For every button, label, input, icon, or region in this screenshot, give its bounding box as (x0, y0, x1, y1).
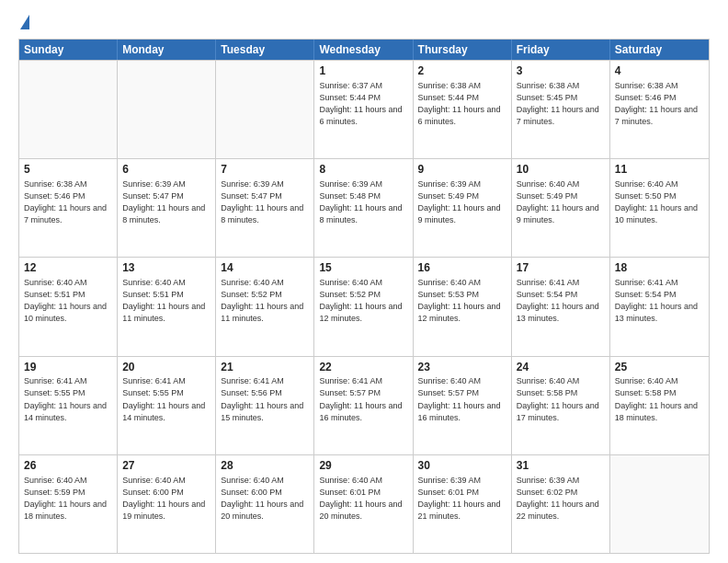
day-number: 20 (122, 360, 210, 375)
cell-info: Sunrise: 6:40 AM Sunset: 5:51 PM Dayligh… (24, 277, 112, 325)
calendar-row-3: 19Sunrise: 6:41 AM Sunset: 5:55 PM Dayli… (19, 356, 709, 454)
cell-info: Sunrise: 6:40 AM Sunset: 5:53 PM Dayligh… (418, 277, 506, 325)
day-number: 16 (418, 260, 506, 276)
day-number: 14 (221, 260, 309, 276)
cell-info: Sunrise: 6:41 AM Sunset: 5:54 PM Dayligh… (517, 277, 605, 325)
cell-info: Sunrise: 6:40 AM Sunset: 5:49 PM Dayligh… (517, 178, 605, 226)
calendar-cell: 15Sunrise: 6:40 AM Sunset: 5:52 PM Dayli… (314, 258, 413, 355)
day-number: 24 (517, 360, 605, 375)
calendar-cell: 27Sunrise: 6:40 AM Sunset: 6:00 PM Dayli… (118, 455, 216, 553)
calendar-row-2: 12Sunrise: 6:40 AM Sunset: 5:51 PM Dayli… (19, 257, 709, 355)
day-number: 21 (221, 360, 309, 375)
header-day-friday: Friday (512, 40, 610, 60)
cell-info: Sunrise: 6:38 AM Sunset: 5:45 PM Dayligh… (517, 80, 605, 128)
day-number: 6 (122, 162, 210, 178)
cell-info: Sunrise: 6:41 AM Sunset: 5:55 PM Dayligh… (24, 375, 112, 423)
calendar: SundayMondayTuesdayWednesdayThursdayFrid… (18, 39, 710, 554)
day-number: 11 (615, 162, 704, 178)
cell-info: Sunrise: 6:39 AM Sunset: 5:49 PM Dayligh… (418, 178, 506, 226)
calendar-body: 1Sunrise: 6:37 AM Sunset: 5:44 PM Daylig… (19, 60, 709, 553)
cell-info: Sunrise: 6:38 AM Sunset: 5:46 PM Dayligh… (615, 80, 704, 128)
cell-info: Sunrise: 6:39 AM Sunset: 5:48 PM Dayligh… (319, 178, 407, 226)
calendar-cell: 25Sunrise: 6:40 AM Sunset: 5:58 PM Dayli… (610, 357, 709, 454)
day-number: 8 (319, 162, 407, 178)
day-number: 2 (418, 63, 506, 79)
day-number: 12 (24, 260, 112, 276)
page: SundayMondayTuesdayWednesdayThursdayFrid… (0, 0, 728, 563)
day-number: 22 (319, 360, 407, 375)
cell-info: Sunrise: 6:40 AM Sunset: 5:52 PM Dayligh… (319, 277, 407, 325)
calendar-cell: 7Sunrise: 6:39 AM Sunset: 5:47 PM Daylig… (216, 159, 314, 257)
calendar-cell: 13Sunrise: 6:40 AM Sunset: 5:51 PM Dayli… (118, 258, 216, 355)
cell-info: Sunrise: 6:38 AM Sunset: 5:44 PM Dayligh… (418, 80, 506, 128)
cell-info: Sunrise: 6:40 AM Sunset: 5:57 PM Dayligh… (418, 375, 506, 423)
calendar-cell: 8Sunrise: 6:39 AM Sunset: 5:48 PM Daylig… (314, 159, 413, 257)
calendar-cell: 12Sunrise: 6:40 AM Sunset: 5:51 PM Dayli… (19, 258, 118, 355)
day-number: 9 (418, 162, 506, 178)
day-number: 18 (615, 260, 704, 276)
calendar-row-0: 1Sunrise: 6:37 AM Sunset: 5:44 PM Daylig… (19, 60, 709, 158)
calendar-cell: 9Sunrise: 6:39 AM Sunset: 5:49 PM Daylig… (414, 159, 512, 257)
cell-info: Sunrise: 6:40 AM Sunset: 5:52 PM Dayligh… (221, 277, 309, 325)
cell-info: Sunrise: 6:40 AM Sunset: 6:01 PM Dayligh… (319, 475, 407, 523)
calendar-cell: 10Sunrise: 6:40 AM Sunset: 5:49 PM Dayli… (512, 159, 610, 257)
calendar-cell: 24Sunrise: 6:40 AM Sunset: 5:58 PM Dayli… (512, 357, 610, 454)
day-number: 5 (24, 162, 112, 178)
calendar-cell: 4Sunrise: 6:38 AM Sunset: 5:46 PM Daylig… (610, 61, 709, 158)
calendar-cell: 18Sunrise: 6:41 AM Sunset: 5:54 PM Dayli… (610, 258, 709, 355)
calendar-cell (118, 61, 216, 158)
calendar-cell: 17Sunrise: 6:41 AM Sunset: 5:54 PM Dayli… (512, 258, 610, 355)
calendar-cell: 6Sunrise: 6:39 AM Sunset: 5:47 PM Daylig… (118, 159, 216, 257)
day-number: 7 (221, 162, 309, 178)
header-day-tuesday: Tuesday (216, 40, 314, 60)
calendar-cell: 21Sunrise: 6:41 AM Sunset: 5:56 PM Dayli… (216, 357, 314, 454)
day-number: 26 (24, 458, 112, 474)
header-day-thursday: Thursday (414, 40, 512, 60)
day-number: 10 (517, 162, 605, 178)
calendar-cell: 19Sunrise: 6:41 AM Sunset: 5:55 PM Dayli… (19, 357, 118, 454)
calendar-cell: 16Sunrise: 6:40 AM Sunset: 5:53 PM Dayli… (414, 258, 512, 355)
calendar-cell (216, 61, 314, 158)
day-number: 31 (517, 458, 605, 474)
calendar-cell (19, 61, 118, 158)
cell-info: Sunrise: 6:41 AM Sunset: 5:57 PM Dayligh… (319, 375, 407, 423)
calendar-cell: 5Sunrise: 6:38 AM Sunset: 5:46 PM Daylig… (19, 159, 118, 257)
day-number: 29 (319, 458, 407, 474)
cell-info: Sunrise: 6:40 AM Sunset: 6:00 PM Dayligh… (221, 475, 309, 523)
cell-info: Sunrise: 6:39 AM Sunset: 6:01 PM Dayligh… (418, 475, 506, 523)
cell-info: Sunrise: 6:41 AM Sunset: 5:55 PM Dayligh… (122, 375, 210, 423)
header-day-sunday: Sunday (19, 40, 118, 60)
calendar-cell (610, 455, 709, 553)
calendar-cell: 30Sunrise: 6:39 AM Sunset: 6:01 PM Dayli… (414, 455, 512, 553)
calendar-cell: 26Sunrise: 6:40 AM Sunset: 5:59 PM Dayli… (19, 455, 118, 553)
cell-info: Sunrise: 6:40 AM Sunset: 5:58 PM Dayligh… (615, 375, 704, 423)
cell-info: Sunrise: 6:37 AM Sunset: 5:44 PM Dayligh… (319, 80, 407, 128)
cell-info: Sunrise: 6:41 AM Sunset: 5:56 PM Dayligh… (221, 375, 309, 423)
cell-info: Sunrise: 6:40 AM Sunset: 5:50 PM Dayligh… (615, 178, 704, 226)
logo-triangle-icon (20, 15, 29, 29)
day-number: 28 (221, 458, 309, 474)
calendar-cell: 31Sunrise: 6:39 AM Sunset: 6:02 PM Dayli… (512, 455, 610, 553)
day-number: 15 (319, 260, 407, 276)
cell-info: Sunrise: 6:40 AM Sunset: 5:58 PM Dayligh… (517, 375, 605, 423)
cell-info: Sunrise: 6:40 AM Sunset: 6:00 PM Dayligh… (122, 475, 210, 523)
header-day-wednesday: Wednesday (314, 40, 413, 60)
calendar-header: SundayMondayTuesdayWednesdayThursdayFrid… (19, 40, 709, 60)
day-number: 1 (319, 63, 407, 79)
calendar-cell: 1Sunrise: 6:37 AM Sunset: 5:44 PM Daylig… (314, 61, 413, 158)
day-number: 3 (517, 63, 605, 79)
calendar-row-1: 5Sunrise: 6:38 AM Sunset: 5:46 PM Daylig… (19, 158, 709, 257)
cell-info: Sunrise: 6:41 AM Sunset: 5:54 PM Dayligh… (615, 277, 704, 325)
day-number: 23 (418, 360, 506, 375)
calendar-cell: 23Sunrise: 6:40 AM Sunset: 5:57 PM Dayli… (414, 357, 512, 454)
header-day-saturday: Saturday (610, 40, 709, 60)
calendar-cell: 2Sunrise: 6:38 AM Sunset: 5:44 PM Daylig… (414, 61, 512, 158)
calendar-cell: 3Sunrise: 6:38 AM Sunset: 5:45 PM Daylig… (512, 61, 610, 158)
calendar-cell: 28Sunrise: 6:40 AM Sunset: 6:00 PM Dayli… (216, 455, 314, 553)
day-number: 19 (24, 360, 112, 375)
cell-info: Sunrise: 6:38 AM Sunset: 5:46 PM Dayligh… (24, 178, 112, 226)
header-day-monday: Monday (118, 40, 216, 60)
day-number: 13 (122, 260, 210, 276)
calendar-cell: 29Sunrise: 6:40 AM Sunset: 6:01 PM Dayli… (314, 455, 413, 553)
day-number: 4 (615, 63, 704, 79)
